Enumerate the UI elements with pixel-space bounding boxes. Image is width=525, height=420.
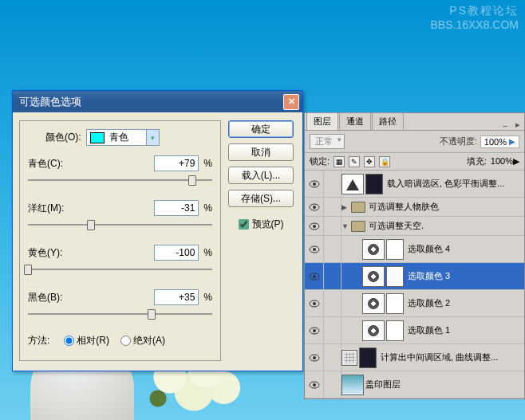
tab-paths[interactable]: 路径 [372, 112, 404, 130]
svg-point-17 [313, 383, 316, 387]
fill-value[interactable]: 100%▶ [491, 156, 519, 167]
dialog-titlebar[interactable]: 可选颜色选项 ✕ [13, 91, 302, 112]
link-cell[interactable] [324, 171, 341, 197]
link-cell[interactable] [324, 317, 341, 343]
triangle-right-icon[interactable]: ▶ [341, 203, 351, 211]
mask-thumb [386, 320, 404, 341]
slider-thumb[interactable] [87, 220, 95, 230]
slider-track[interactable] [28, 175, 212, 186]
slider-track[interactable] [28, 308, 212, 320]
preview-checkbox[interactable]: 预览(P) [239, 218, 284, 231]
close-icon[interactable]: ✕ [283, 94, 299, 110]
visibility-eye-icon[interactable] [305, 371, 324, 398]
visibility-eye-icon[interactable] [305, 263, 324, 289]
layer-row[interactable]: 选取颜色 1 [305, 317, 524, 344]
slider-track[interactable] [28, 264, 212, 275]
blend-mode-dropdown[interactable]: 正常 [310, 134, 345, 149]
chevron-down-icon: ▾ [146, 130, 159, 145]
visibility-eye-icon[interactable] [305, 171, 324, 197]
save-button[interactable]: 存储(S)... [228, 190, 294, 207]
folder-icon [351, 221, 365, 232]
cancel-button[interactable]: 取消 [228, 143, 294, 161]
lock-all-icon[interactable]: 🔒 [379, 156, 390, 167]
visibility-eye-icon[interactable] [305, 198, 324, 216]
svg-point-3 [313, 206, 316, 209]
layer-row[interactable]: 载入暗调选区, 色彩平衡调整... [305, 171, 524, 198]
link-cell[interactable] [324, 217, 341, 235]
lock-paint-icon[interactable]: ✎ [349, 156, 360, 167]
layer-name: 选取颜色 4 [408, 243, 524, 255]
adjustment-thumb [362, 293, 385, 314]
layers-panel: 图层 通道 路径 – ▸ 正常 不透明度: 100%▶ 锁定: ▦ ✎ ✥ 🔒 … [304, 112, 525, 399]
method-absolute[interactable]: 绝对(A) [120, 334, 165, 347]
mask-thumb [386, 293, 404, 314]
link-cell[interactable] [324, 236, 341, 262]
layer-name: 可选调整人物肤色 [369, 201, 524, 213]
adjustment-thumb [341, 174, 364, 194]
mask-thumb [359, 347, 377, 368]
slider-value-input[interactable] [154, 289, 199, 305]
visibility-eye-icon[interactable] [305, 290, 324, 316]
adjustment-thumb [362, 239, 385, 260]
slider-label: 黑色(B): [28, 291, 154, 304]
slider-value-input[interactable] [154, 155, 199, 171]
adjustment-thumb [362, 266, 385, 287]
layer-name: 选取颜色 1 [408, 324, 524, 336]
visibility-eye-icon[interactable] [305, 236, 324, 262]
fill-label: 填充: [467, 155, 487, 167]
minimize-icon[interactable]: – [499, 120, 511, 130]
ok-button[interactable]: 确定 [228, 120, 294, 138]
svg-point-1 [313, 183, 316, 186]
layer-row[interactable]: 选取颜色 4 [305, 236, 524, 263]
triangle-down-icon[interactable]: ▼ [341, 222, 351, 230]
layer-name: 计算出中间调区域, 曲线调整... [381, 351, 524, 363]
lock-position-icon[interactable]: ✥ [364, 156, 375, 167]
link-cell[interactable] [324, 290, 341, 316]
layer-row[interactable]: 选取颜色 3 [305, 263, 524, 290]
lock-label: 锁定: [310, 155, 330, 167]
link-cell[interactable] [324, 371, 341, 398]
adjustment-thumb [362, 320, 385, 341]
visibility-eye-icon[interactable] [305, 344, 324, 371]
tab-channels[interactable]: 通道 [339, 112, 371, 130]
layer-row[interactable]: 计算出中间调区域, 曲线调整... [305, 344, 524, 371]
layer-row[interactable]: 盖印图层 [305, 371, 524, 398]
mask-thumb [386, 266, 404, 287]
visibility-eye-icon[interactable] [305, 317, 324, 343]
mask-thumb [386, 239, 404, 260]
watermark: PS教程论坛 BBS.16XX8.COM [431, 3, 519, 32]
mask-thumb [365, 174, 383, 194]
dialog-title: 可选颜色选项 [19, 95, 283, 109]
svg-point-5 [313, 225, 316, 228]
folder-icon [351, 202, 365, 213]
lock-transparency-icon[interactable]: ▦ [334, 156, 345, 167]
slider-thumb[interactable] [148, 309, 156, 320]
layer-row[interactable]: ▶可选调整人物肤色 [305, 198, 524, 217]
layer-row[interactable]: ▼可选调整天空. [305, 217, 524, 236]
slider-value-input[interactable] [154, 245, 199, 261]
panel-menu-icon[interactable]: ▸ [511, 120, 524, 130]
opacity-label: 不透明度: [440, 135, 477, 147]
slider-label: 洋红(M): [28, 202, 154, 215]
link-cell[interactable] [324, 198, 341, 216]
color-dropdown[interactable]: 青色 ▾ [86, 129, 160, 146]
slider-label: 黄色(Y): [28, 246, 154, 260]
color-swatch [90, 132, 105, 143]
slider-track[interactable] [28, 219, 212, 230]
slider-value-input[interactable] [154, 200, 199, 216]
method-label: 方法: [28, 334, 49, 347]
method-relative[interactable]: 相对(R) [64, 334, 109, 347]
link-cell[interactable] [324, 263, 341, 289]
svg-point-7 [313, 248, 316, 251]
visibility-eye-icon[interactable] [305, 217, 324, 235]
link-cell[interactable] [324, 344, 341, 371]
layer-thumb [341, 375, 364, 395]
opacity-value[interactable]: 100%▶ [480, 135, 519, 148]
selective-color-dialog: 可选颜色选项 ✕ 颜色(O): 青色 ▾ 青色(C):%洋红(M):%黄色(Y)… [12, 90, 303, 371]
slider-thumb[interactable] [188, 175, 196, 186]
tab-layers[interactable]: 图层 [306, 112, 338, 130]
load-button[interactable]: 载入(L)... [228, 167, 294, 184]
slider-thumb[interactable] [24, 265, 32, 275]
layer-row[interactable]: 选取颜色 2 [305, 290, 524, 317]
color-label: 颜色(O): [45, 131, 81, 144]
